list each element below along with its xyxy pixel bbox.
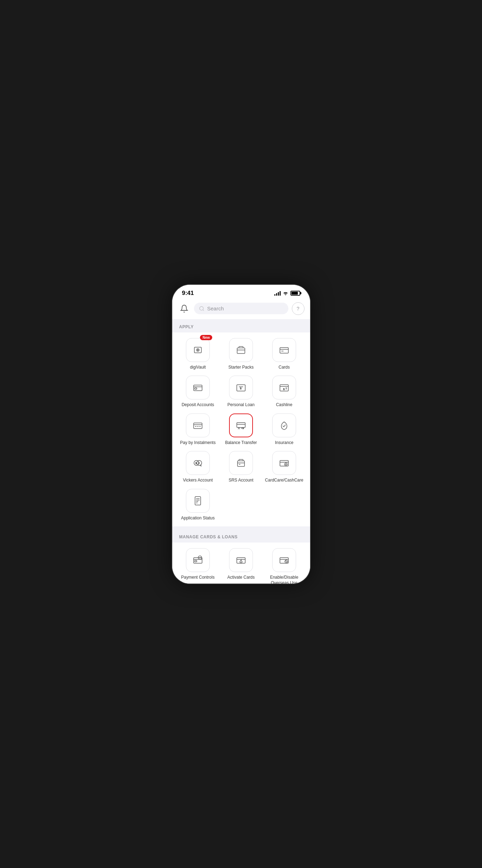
srs-icon	[235, 457, 247, 469]
help-button[interactable]: ?	[292, 302, 304, 315]
overseas-icon	[279, 554, 290, 566]
grid-item-activateCards[interactable]: Activate Cards	[221, 548, 261, 583]
status-bar: 9:41	[172, 285, 310, 300]
icon-box-cardCareCashCare	[272, 451, 296, 475]
deposit-icon	[192, 382, 203, 393]
cards-icon	[279, 344, 290, 356]
svg-rect-20	[194, 423, 202, 429]
paymentControls-label: Payment Controls	[181, 575, 214, 580]
icon-box-srsAccount	[229, 451, 253, 475]
svg-rect-33	[237, 461, 245, 466]
grid-item-applicationStatus[interactable]: Application Status	[178, 489, 218, 521]
wifi-icon	[283, 291, 288, 296]
svg-rect-25	[237, 423, 245, 428]
svg-rect-4	[237, 348, 245, 354]
starterPacks-label: Starter Packs	[228, 365, 254, 370]
svg-line-58	[285, 561, 287, 563]
search-placeholder: Search	[207, 305, 224, 311]
digiVault-label: digiVault	[190, 365, 206, 370]
svg-text:$: $	[283, 388, 285, 391]
notifications-button[interactable]	[178, 302, 190, 315]
cashline-icon: $	[279, 382, 290, 393]
depositAccounts-label: Deposit Accounts	[182, 402, 214, 408]
icon-box-balanceTransfer	[229, 413, 253, 437]
cardCareCashCare-label: CardCare/CashCare	[265, 478, 303, 483]
icon-box-payByInstalments	[186, 413, 210, 437]
icon-box-starterPacks	[229, 338, 253, 362]
payByInstalments-label: Pay by Instalments	[180, 440, 215, 446]
manage-grid: Payment Controls Activate Cards	[178, 548, 304, 583]
apply-section-label: APPLY	[172, 319, 310, 332]
insurance-icon	[279, 420, 290, 431]
svg-point-3	[198, 349, 199, 350]
svg-rect-11	[195, 388, 197, 389]
applicationStatus-label: Application Status	[181, 516, 215, 521]
grid-item-starterPacks[interactable]: Starter Packs	[221, 338, 261, 370]
grid-item-srsAccount[interactable]: SRS Account	[221, 451, 261, 483]
grid-item-cards[interactable]: Cards	[264, 338, 304, 370]
manage-label-text: MANAGE CARDS & LOANS	[179, 534, 238, 539]
grid-item-balanceTransfer[interactable]: Balance Transfer	[221, 413, 261, 446]
grid-item-digiVault[interactable]: New digiVault	[178, 338, 218, 370]
icon-box-insurance	[272, 413, 296, 437]
cardcare-icon	[279, 457, 290, 469]
grid-item-insurance[interactable]: Insurance	[264, 413, 304, 446]
apply-grid: New digiVault	[178, 338, 304, 521]
grid-item-personalLoan[interactable]: $ Personal Loan	[221, 376, 261, 408]
svg-rect-6	[280, 348, 288, 353]
personalLoan-label: Personal Loan	[227, 402, 254, 408]
signal-icon	[274, 291, 281, 296]
activateCards-label: Activate Cards	[227, 575, 255, 580]
search-icon	[199, 306, 205, 311]
payinstalments-icon	[192, 420, 203, 431]
status-time: 9:41	[182, 290, 194, 297]
svg-point-52	[240, 561, 242, 563]
icon-box-cashline: $	[272, 376, 296, 399]
svg-rect-48	[195, 560, 197, 562]
icon-box-digiVault: New	[186, 338, 210, 362]
icon-box-vickersAccount: $ ¥	[186, 451, 210, 475]
grid-item-cardCareCashCare[interactable]: CardCare/CashCare	[264, 451, 304, 483]
icon-box-paymentControls	[186, 548, 210, 572]
apply-grid-area: New digiVault	[172, 332, 310, 527]
appstatus-icon	[192, 495, 203, 506]
grid-item-enableDisableOverseas[interactable]: Enable/Disable Overseas Use	[264, 548, 304, 583]
bell-icon	[180, 304, 188, 313]
icon-box-applicationStatus	[186, 489, 210, 513]
header: Search ?	[172, 300, 310, 319]
vickersAccount-label: Vickers Account	[183, 478, 213, 483]
icon-box-activateCards	[229, 548, 253, 572]
icon-box-depositAccounts	[186, 376, 210, 399]
vickers-icon: $ ¥	[192, 457, 203, 469]
srsAccount-label: SRS Account	[229, 478, 254, 483]
grid-item-cashline[interactable]: $ Cashline	[264, 376, 304, 408]
svg-text:¥: ¥	[198, 462, 200, 464]
status-icons	[274, 291, 300, 296]
grid-item-depositAccounts[interactable]: Deposit Accounts	[178, 376, 218, 408]
cashline-label: Cashline	[276, 402, 293, 408]
search-bar[interactable]: Search	[194, 303, 288, 314]
phone-frame: 9:41	[172, 285, 310, 584]
grid-item-paymentControls[interactable]: Payment Controls	[178, 548, 218, 583]
grid-item-payByInstalments[interactable]: Pay by Instalments	[178, 413, 218, 446]
grid-item-vickersAccount[interactable]: $ ¥ Vickers Account	[178, 451, 218, 483]
icon-box-enableDisableOverseas	[272, 548, 296, 572]
svg-rect-41	[195, 497, 201, 505]
digvault-icon	[192, 344, 203, 356]
battery-icon	[290, 291, 300, 296]
enableDisableOverseas-label: Enable/Disable Overseas Use	[264, 575, 304, 583]
starterpack-icon	[235, 344, 247, 356]
cards-label: Cards	[279, 365, 290, 370]
balancetransfer-icon	[235, 420, 247, 431]
activatecards-icon	[235, 554, 247, 566]
svg-text:$: $	[240, 387, 242, 390]
manage-grid-area: Payment Controls Activate Cards	[172, 543, 310, 583]
apply-label-text: APPLY	[179, 324, 194, 329]
svg-point-0	[200, 307, 203, 310]
manage-section-label: MANAGE CARDS & LOANS	[172, 529, 310, 543]
icon-box-cards	[272, 338, 296, 362]
personalloan-icon: $	[235, 382, 247, 393]
section-separator	[172, 526, 310, 529]
paycontrols-icon	[192, 554, 203, 566]
phone-screen: 9:41	[172, 285, 310, 584]
